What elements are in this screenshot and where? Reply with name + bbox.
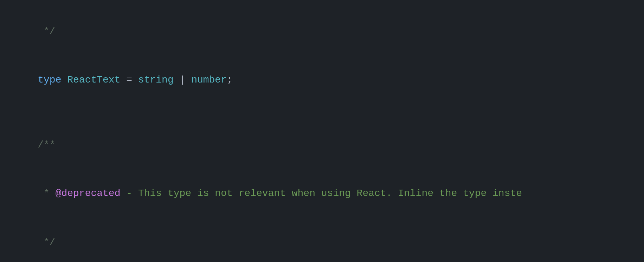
code-line: /** — [14, 120, 630, 169]
token-keyword: type — [38, 74, 67, 85]
token-deprecated: @deprecated — [56, 188, 121, 199]
token-builtin: number — [191, 74, 227, 85]
code-line-blank — [14, 104, 630, 120]
token-builtin: string — [138, 74, 174, 85]
token: = — [120, 74, 138, 85]
token: */ — [38, 26, 55, 37]
code-line: type ReactText = string | number; — [14, 56, 630, 105]
token-comment-desc: - This type is not relevant when using R… — [120, 188, 522, 199]
token-type: ReactText — [67, 74, 120, 85]
code-line: */ — [14, 7, 630, 56]
token-comment: */ — [38, 237, 55, 248]
token: | — [174, 74, 191, 85]
token-comment: /** — [38, 139, 55, 150]
token-comment: * — [38, 188, 55, 199]
code-line: * @deprecated - This type is not relevan… — [14, 169, 630, 218]
code-line: */ — [14, 218, 630, 262]
code-editor: */ type ReactText = string | number; /**… — [0, 0, 644, 262]
token: ; — [227, 74, 233, 85]
